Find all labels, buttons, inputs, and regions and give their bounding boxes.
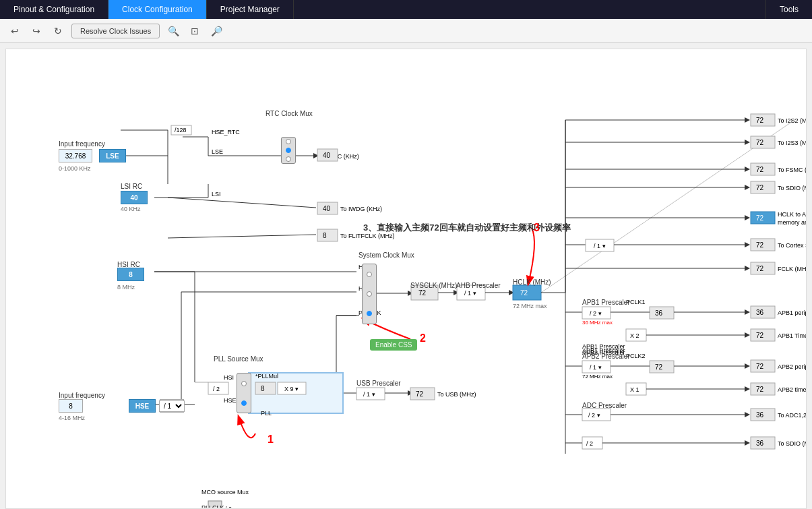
sys-clk-mux-label: System Clock Mux xyxy=(358,251,414,259)
svg-rect-91 xyxy=(582,307,611,319)
svg-rect-132 xyxy=(582,409,611,421)
svg-text:HCLK to AHB bus, core,: HCLK to AHB bus, core, xyxy=(778,211,807,218)
svg-text:72 MHz max: 72 MHz max xyxy=(582,373,613,380)
sys-mux-dot-hse[interactable] xyxy=(367,291,372,297)
svg-text:72: 72 xyxy=(756,117,764,124)
redo-button[interactable]: ↪ xyxy=(28,23,44,39)
svg-text:APB1 Prescaler: APB1 Prescaler xyxy=(582,343,625,350)
hsi-rc-box[interactable]: 8 xyxy=(117,268,144,281)
svg-text:72: 72 xyxy=(756,265,764,272)
nav-tools[interactable]: Tools xyxy=(766,0,812,19)
zoom-in-button[interactable]: 🔍 xyxy=(165,23,181,39)
svg-rect-177 xyxy=(208,501,222,508)
undo-button[interactable]: ↩ xyxy=(7,23,23,39)
svg-text:/ 1 ▾: / 1 ▾ xyxy=(590,364,602,371)
svg-text:To SDIO (MHz): To SDIO (MHz) xyxy=(778,185,807,191)
enable-css-button[interactable]: Enable CSS xyxy=(370,339,417,351)
svg-text:PLLCLK: PLLCLK xyxy=(201,504,224,508)
input-freq-label-1: Input frequency xyxy=(59,140,105,148)
svg-rect-125 xyxy=(626,383,646,395)
svg-text:72: 72 xyxy=(416,390,424,398)
svg-marker-60 xyxy=(745,167,750,172)
svg-text:72: 72 xyxy=(756,184,764,191)
svg-text:To IWDG (KHz): To IWDG (KHz) xyxy=(340,206,382,212)
svg-text:APB2 timer clocks (MHz): APB2 timer clocks (MHz) xyxy=(778,386,807,393)
input-freq-range-2: 4-16 MHz xyxy=(59,415,85,421)
hse-div1-select[interactable]: / 1 xyxy=(159,400,185,412)
svg-text:36: 36 xyxy=(756,411,764,419)
adc-prescaler-label: ADC Prescaler xyxy=(582,402,627,409)
svg-rect-66 xyxy=(751,181,775,193)
rtc-mux[interactable] xyxy=(281,137,296,164)
zoom-out-button[interactable]: 🔎 xyxy=(208,23,224,39)
num-label-2: 2 xyxy=(420,332,426,345)
svg-text:To RTC (KHz): To RTC (KHz) xyxy=(321,153,359,160)
svg-text:/128: /128 xyxy=(175,127,187,133)
svg-text:/ 2 ▾: / 2 ▾ xyxy=(588,412,600,419)
nav-pinout[interactable]: Pinout & Configuration xyxy=(0,0,108,19)
lsi-rc-box[interactable]: 40 xyxy=(121,191,148,204)
svg-text:To ADC1,2,3: To ADC1,2,3 xyxy=(778,412,807,419)
svg-text:/ 1 ▾: / 1 ▾ xyxy=(363,391,375,398)
svg-rect-153 xyxy=(410,388,435,400)
nav-clock[interactable]: Clock Configuration xyxy=(108,0,207,19)
svg-rect-140 xyxy=(582,437,602,449)
hse-box[interactable]: HSE xyxy=(129,399,156,413)
svg-rect-45 xyxy=(513,285,541,300)
input-freq-value-2[interactable]: 8 xyxy=(59,399,83,413)
svg-rect-61 xyxy=(751,163,775,175)
svg-text:72: 72 xyxy=(756,363,764,370)
svg-marker-50 xyxy=(745,117,750,123)
svg-text:36: 36 xyxy=(756,440,764,447)
apb2-prescaler-label: APB2 Prescaler xyxy=(582,353,630,360)
svg-text:To I2S3 (MHz): To I2S3 (MHz) xyxy=(778,140,807,146)
pll-src-dot-hse[interactable] xyxy=(241,400,247,406)
svg-rect-162 xyxy=(255,382,276,394)
sys-mux-dot-pll[interactable] xyxy=(367,311,372,316)
pll-src-dot-hsi[interactable] xyxy=(241,381,247,386)
svg-rect-136 xyxy=(751,409,775,421)
svg-text:*PLLMul: *PLLMul xyxy=(255,373,278,380)
hse-div1-box[interactable]: / 1 xyxy=(160,399,184,413)
refresh-button[interactable]: ↻ xyxy=(50,23,66,39)
resolve-clock-button[interactable]: Resolve Clock Issues xyxy=(71,24,160,38)
hclk-label: HCLK (MHz) xyxy=(513,278,551,286)
svg-marker-44 xyxy=(509,290,514,295)
sys-mux-dot-hsi[interactable] xyxy=(367,272,372,277)
svg-rect-158 xyxy=(249,373,343,413)
svg-text:APB1 peripheral clocks (MHz): APB1 peripheral clocks (MHz) xyxy=(778,309,807,316)
input-freq-value-1[interactable]: 32.768 xyxy=(59,149,92,162)
svg-text:X 2: X 2 xyxy=(630,332,639,339)
svg-line-47 xyxy=(541,120,794,293)
ahb-label: AHB Prescaler xyxy=(456,282,501,289)
svg-marker-100 xyxy=(745,309,750,315)
pll-src-mux[interactable] xyxy=(237,373,251,413)
svg-rect-104 xyxy=(626,329,646,341)
svg-rect-117 xyxy=(650,361,674,373)
svg-text:72: 72 xyxy=(756,139,764,146)
svg-rect-56 xyxy=(751,136,775,148)
svg-text:LSE: LSE xyxy=(212,148,223,155)
svg-text:8: 8 xyxy=(323,232,327,239)
rtc-mux-dot-3[interactable] xyxy=(286,156,291,162)
svg-rect-164 xyxy=(278,382,306,394)
rtc-mux-dot-1[interactable] xyxy=(286,139,291,144)
fit-button[interactable]: ⊡ xyxy=(187,23,203,39)
sys-mux[interactable] xyxy=(362,264,377,324)
svg-text:36 MHz max: 36 MHz max xyxy=(582,320,613,326)
svg-marker-143 xyxy=(745,440,750,446)
svg-text:40: 40 xyxy=(323,205,331,212)
svg-rect-73 xyxy=(751,212,775,224)
svg-text:/ 2: / 2 xyxy=(225,506,232,508)
svg-marker-81 xyxy=(745,242,750,247)
svg-rect-7 xyxy=(171,125,191,135)
svg-line-19 xyxy=(168,198,316,208)
lse-box[interactable]: LSE xyxy=(99,149,126,162)
svg-rect-159 xyxy=(208,382,228,394)
svg-rect-96 xyxy=(650,307,674,319)
svg-text:HSE: HSE xyxy=(224,397,237,404)
svg-text:To I2S2 (MHz): To I2S2 (MHz) xyxy=(778,117,807,124)
rtc-mux-dot-2[interactable] xyxy=(286,148,291,153)
nav-project[interactable]: Project Manager xyxy=(207,0,294,19)
svg-marker-107 xyxy=(745,332,750,338)
